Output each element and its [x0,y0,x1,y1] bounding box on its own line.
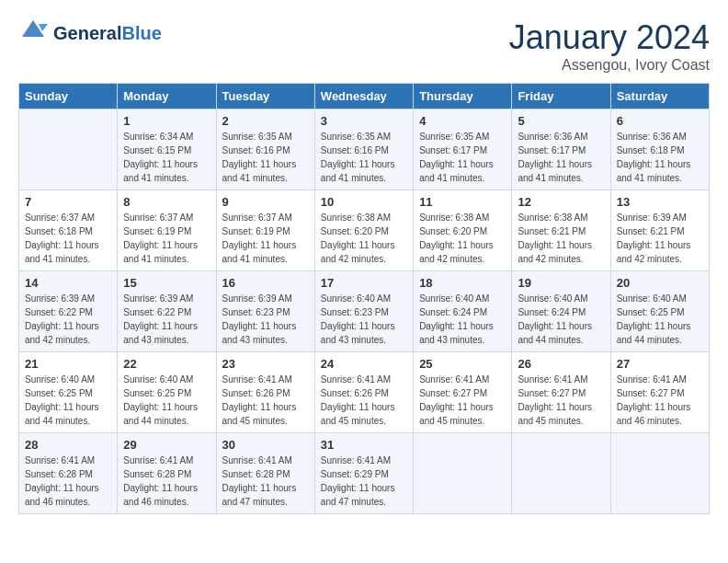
day-number: 4 [419,114,506,128]
day-info: Sunrise: 6:41 AMSunset: 6:28 PMDaylight:… [222,454,309,509]
day-number: 15 [123,276,210,290]
day-number: 9 [222,195,309,209]
weekday-header-saturday: Saturday [610,84,709,109]
logo-icon [18,18,48,48]
day-info: Sunrise: 6:39 AMSunset: 6:23 PMDaylight:… [222,292,309,347]
day-info: Sunrise: 6:36 AMSunset: 6:18 PMDaylight:… [617,130,703,185]
weekday-header-monday: Monday [118,84,216,109]
day-number: 17 [321,276,407,290]
day-info: Sunrise: 6:35 AMSunset: 6:16 PMDaylight:… [321,130,407,185]
calendar-table: SundayMondayTuesdayWednesdayThursdayFrid… [18,83,710,514]
day-number: 24 [321,357,407,371]
day-number: 10 [321,195,407,209]
day-info: Sunrise: 6:34 AMSunset: 6:15 PMDaylight:… [123,130,210,185]
calendar-cell: 16Sunrise: 6:39 AMSunset: 6:23 PMDayligh… [216,271,314,352]
calendar-cell: 28Sunrise: 6:41 AMSunset: 6:28 PMDayligh… [19,433,118,514]
calendar-cell: 13Sunrise: 6:39 AMSunset: 6:21 PMDayligh… [610,190,709,271]
day-info: Sunrise: 6:38 AMSunset: 6:21 PMDaylight:… [518,211,604,266]
calendar-cell: 31Sunrise: 6:41 AMSunset: 6:29 PMDayligh… [314,433,413,514]
weekday-header-friday: Friday [512,84,610,109]
day-info: Sunrise: 6:40 AMSunset: 6:25 PMDaylight:… [25,373,111,428]
day-number: 18 [419,276,506,290]
calendar-cell: 7Sunrise: 6:37 AMSunset: 6:18 PMDaylight… [19,190,118,271]
day-info: Sunrise: 6:38 AMSunset: 6:20 PMDaylight:… [419,211,506,266]
day-number: 26 [518,357,604,371]
calendar-week-4: 21Sunrise: 6:40 AMSunset: 6:25 PMDayligh… [19,352,710,433]
calendar-cell: 20Sunrise: 6:40 AMSunset: 6:25 PMDayligh… [610,271,709,352]
logo-general: General [53,23,121,44]
month-year-title: January 2024 [509,18,710,57]
calendar-cell: 4Sunrise: 6:35 AMSunset: 6:17 PMDaylight… [414,109,512,190]
calendar-cell [19,109,118,190]
day-info: Sunrise: 6:41 AMSunset: 6:29 PMDaylight:… [321,454,407,509]
day-info: Sunrise: 6:41 AMSunset: 6:27 PMDaylight:… [518,373,604,428]
logo-blue: Blue [121,23,161,44]
logo: General Blue [18,18,162,48]
day-info: Sunrise: 6:39 AMSunset: 6:22 PMDaylight:… [123,292,210,347]
day-info: Sunrise: 6:41 AMSunset: 6:28 PMDaylight:… [123,454,210,509]
day-info: Sunrise: 6:37 AMSunset: 6:19 PMDaylight:… [123,211,210,266]
day-number: 2 [222,114,309,128]
day-info: Sunrise: 6:40 AMSunset: 6:24 PMDaylight:… [419,292,506,347]
day-info: Sunrise: 6:37 AMSunset: 6:19 PMDaylight:… [222,211,309,266]
day-info: Sunrise: 6:41 AMSunset: 6:27 PMDaylight:… [617,373,703,428]
day-number: 7 [25,195,111,209]
calendar-cell: 21Sunrise: 6:40 AMSunset: 6:25 PMDayligh… [19,352,118,433]
day-info: Sunrise: 6:38 AMSunset: 6:20 PMDaylight:… [321,211,407,266]
day-info: Sunrise: 6:40 AMSunset: 6:23 PMDaylight:… [321,292,407,347]
calendar-cell: 22Sunrise: 6:40 AMSunset: 6:25 PMDayligh… [118,352,216,433]
calendar-cell [414,433,512,514]
day-number: 3 [321,114,407,128]
day-number: 12 [518,195,604,209]
day-number: 1 [123,114,210,128]
day-info: Sunrise: 6:35 AMSunset: 6:16 PMDaylight:… [222,130,309,185]
day-number: 5 [518,114,604,128]
day-number: 23 [222,357,309,371]
calendar-cell [610,433,709,514]
day-number: 29 [123,438,210,452]
weekday-header-thursday: Thursday [414,84,512,109]
day-number: 8 [123,195,210,209]
calendar-cell [512,433,610,514]
day-number: 6 [617,114,703,128]
calendar-week-2: 7Sunrise: 6:37 AMSunset: 6:18 PMDaylight… [19,190,710,271]
svg-marker-1 [39,24,48,31]
day-number: 21 [25,357,111,371]
day-info: Sunrise: 6:40 AMSunset: 6:25 PMDaylight:… [123,373,210,428]
calendar-cell: 2Sunrise: 6:35 AMSunset: 6:16 PMDaylight… [216,109,314,190]
calendar-cell: 6Sunrise: 6:36 AMSunset: 6:18 PMDaylight… [610,109,709,190]
day-number: 20 [617,276,703,290]
day-number: 19 [518,276,604,290]
weekday-header-tuesday: Tuesday [216,84,314,109]
calendar-cell: 23Sunrise: 6:41 AMSunset: 6:26 PMDayligh… [216,352,314,433]
calendar-cell: 19Sunrise: 6:40 AMSunset: 6:24 PMDayligh… [512,271,610,352]
calendar-cell: 26Sunrise: 6:41 AMSunset: 6:27 PMDayligh… [512,352,610,433]
calendar-cell: 18Sunrise: 6:40 AMSunset: 6:24 PMDayligh… [414,271,512,352]
location-subtitle: Assengou, Ivory Coast [509,57,710,74]
day-info: Sunrise: 6:36 AMSunset: 6:17 PMDaylight:… [518,130,604,185]
calendar-cell: 3Sunrise: 6:35 AMSunset: 6:16 PMDaylight… [314,109,413,190]
day-info: Sunrise: 6:40 AMSunset: 6:24 PMDaylight:… [518,292,604,347]
day-info: Sunrise: 6:41 AMSunset: 6:26 PMDaylight:… [321,373,407,428]
day-number: 16 [222,276,309,290]
weekday-header-wednesday: Wednesday [314,84,413,109]
calendar-week-5: 28Sunrise: 6:41 AMSunset: 6:28 PMDayligh… [19,433,710,514]
calendar-cell: 1Sunrise: 6:34 AMSunset: 6:15 PMDaylight… [118,109,216,190]
calendar-cell: 5Sunrise: 6:36 AMSunset: 6:17 PMDaylight… [512,109,610,190]
day-number: 22 [123,357,210,371]
day-info: Sunrise: 6:39 AMSunset: 6:21 PMDaylight:… [617,211,703,266]
calendar-cell: 24Sunrise: 6:41 AMSunset: 6:26 PMDayligh… [314,352,413,433]
calendar-cell: 29Sunrise: 6:41 AMSunset: 6:28 PMDayligh… [118,433,216,514]
calendar-cell: 17Sunrise: 6:40 AMSunset: 6:23 PMDayligh… [314,271,413,352]
day-number: 30 [222,438,309,452]
day-number: 28 [25,438,111,452]
calendar-cell: 10Sunrise: 6:38 AMSunset: 6:20 PMDayligh… [314,190,413,271]
page-header: General Blue January 2024 Assengou, Ivor… [18,18,710,74]
day-info: Sunrise: 6:40 AMSunset: 6:25 PMDaylight:… [617,292,703,347]
day-info: Sunrise: 6:41 AMSunset: 6:28 PMDaylight:… [25,454,111,509]
day-info: Sunrise: 6:35 AMSunset: 6:17 PMDaylight:… [419,130,506,185]
svg-marker-0 [22,20,44,37]
day-info: Sunrise: 6:41 AMSunset: 6:26 PMDaylight:… [222,373,309,428]
calendar-week-1: 1Sunrise: 6:34 AMSunset: 6:15 PMDaylight… [19,109,710,190]
calendar-cell: 11Sunrise: 6:38 AMSunset: 6:20 PMDayligh… [414,190,512,271]
